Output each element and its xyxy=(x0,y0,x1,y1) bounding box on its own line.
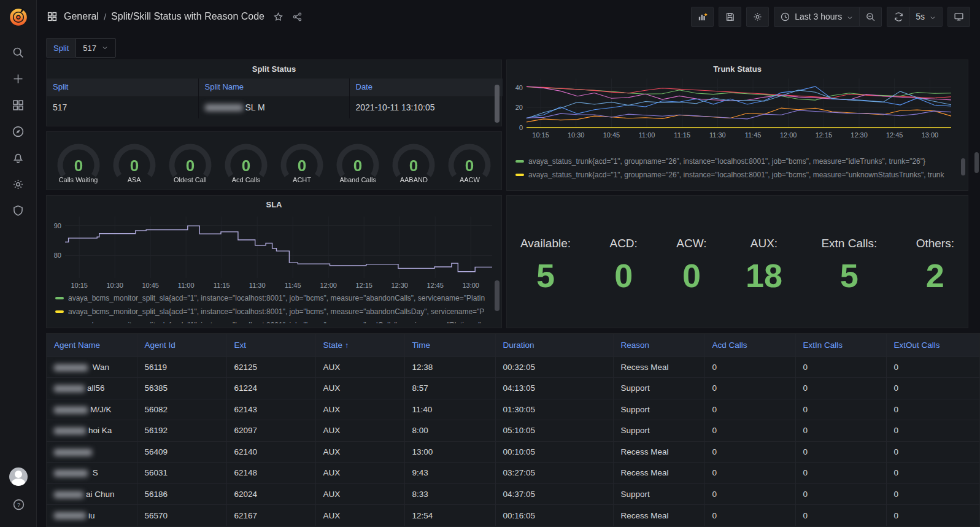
ext-cell: 62024 xyxy=(226,483,315,505)
column-header-state[interactable]: State↑ xyxy=(315,334,404,356)
agent-id-cell: 56082 xyxy=(137,399,226,420)
acd-calls-cell: 0 xyxy=(704,356,795,378)
column-header-acd-calls[interactable]: Acd Calls xyxy=(704,334,795,356)
gauge-aacw: 0AACW xyxy=(442,140,497,183)
grafana-logo[interactable] xyxy=(8,7,29,28)
panel-sla: SLA 10:1510:3010:4511:0011:1511:3011:451… xyxy=(46,195,502,328)
svg-text:12:15: 12:15 xyxy=(816,131,833,139)
legend-scrollbar[interactable] xyxy=(961,158,965,175)
explore-icon[interactable] xyxy=(12,125,25,138)
gauge-acd-calls: 0Acd Calls xyxy=(218,140,274,183)
reason-cell: Support xyxy=(613,420,704,442)
agent-name-cell: S xyxy=(47,463,137,484)
page-scrollbar-thumb[interactable] xyxy=(974,152,979,173)
legend-swatch xyxy=(515,174,524,176)
column-header-split-name[interactable]: Split Name xyxy=(198,79,349,96)
stat-value: 0 xyxy=(609,259,637,292)
agent-name-cell: ai Chun xyxy=(47,483,137,505)
legend-label[interactable]: avaya_status_trunk{acd="1", groupname="2… xyxy=(528,171,944,179)
ext-cell: 61224 xyxy=(226,378,315,399)
svg-text:80: 80 xyxy=(54,252,61,259)
panel-title-trunk-status[interactable]: Trunk Status xyxy=(507,60,968,74)
column-header-reason[interactable]: Reason xyxy=(613,334,704,356)
agent-table-header-row: Agent NameAgent IdExtState↑TimeDurationR… xyxy=(47,334,980,356)
split-status-table: Split Split Name Date 517 SL M 2021-10-1… xyxy=(47,79,503,118)
table-row: 517 SL M 2021-10-11 13:10:05 xyxy=(47,96,503,118)
stat-value: 0 xyxy=(676,259,706,292)
svg-text:40: 40 xyxy=(515,84,523,91)
trunk-status-chart[interactable]: 10:1510:3010:4511:0011:1511:3011:4512:00… xyxy=(507,74,968,152)
column-header-time[interactable]: Time xyxy=(404,334,495,356)
help-icon[interactable]: ? xyxy=(12,498,25,511)
agent-table: Agent NameAgent IdExtState↑TimeDurationR… xyxy=(47,334,980,526)
bell-icon[interactable] xyxy=(12,152,25,164)
sidebar: ? xyxy=(0,0,37,527)
legend-label[interactable]: avaya_status_trunk{acd="1", groupname="2… xyxy=(528,184,947,185)
stat-extn-calls: Extn Calls:5 xyxy=(821,232,877,292)
agent-name-visible: S xyxy=(90,468,98,477)
legend-item: avaya_bcms_monitor_split_sla{acd="1", in… xyxy=(55,291,495,305)
acd-calls-cell: 0 xyxy=(704,483,795,505)
gear-icon[interactable] xyxy=(12,178,25,191)
legend-swatch xyxy=(55,297,64,299)
legend-label[interactable]: avaya_bcms_monitor_split_sla{acd="1", in… xyxy=(68,321,481,323)
table-scrollbar[interactable] xyxy=(495,85,500,123)
svg-text:12:30: 12:30 xyxy=(851,131,868,139)
gauge-acht: 0ACHT xyxy=(274,140,330,183)
column-header-duration[interactable]: Duration xyxy=(495,334,613,356)
svg-text:13:00: 13:00 xyxy=(922,131,939,139)
sla-chart[interactable]: 10:1510:3010:4511:0011:1511:3011:4512:00… xyxy=(47,209,501,289)
reason-cell: Recess Meal xyxy=(613,505,704,526)
agent-id-cell: 56570 xyxy=(137,505,226,526)
redacted-text xyxy=(54,364,88,371)
ext-cell: 62097 xyxy=(226,420,315,442)
legend-scrollbar[interactable] xyxy=(495,280,500,311)
page-scrollbar[interactable] xyxy=(974,0,979,527)
column-header-date[interactable]: Date xyxy=(349,79,503,96)
state-cell: AUX xyxy=(315,505,404,526)
svg-text:10:15: 10:15 xyxy=(71,282,88,289)
column-header-split[interactable]: Split xyxy=(47,79,198,96)
acd-calls-cell: 0 xyxy=(704,441,795,463)
dashboards-icon[interactable] xyxy=(12,99,25,112)
agent-name-visible: iu xyxy=(88,511,95,520)
ext-cell: 62167 xyxy=(226,505,315,526)
column-header-extout-calls[interactable]: ExtOut Calls xyxy=(886,334,980,356)
panel-title-split-status[interactable]: Split Status xyxy=(47,60,501,74)
ext-cell: 62148 xyxy=(226,463,315,484)
redacted-text xyxy=(205,104,243,111)
state-cell: AUX xyxy=(315,378,404,399)
gauge-value: 0 xyxy=(242,156,250,175)
legend-swatch xyxy=(515,160,524,163)
column-header-extin-calls[interactable]: ExtIn Calls xyxy=(795,334,886,356)
column-header-agent-name[interactable]: Agent Name xyxy=(47,334,137,356)
agent-name-cell: iu xyxy=(47,505,137,526)
stat-others: Others:2 xyxy=(916,232,954,292)
svg-text:20: 20 xyxy=(515,104,523,111)
avatar[interactable] xyxy=(9,467,28,486)
search-icon[interactable] xyxy=(12,46,25,59)
svg-text:12:30: 12:30 xyxy=(391,282,408,289)
stat-label: AUX: xyxy=(746,237,782,250)
stat-value: 5 xyxy=(520,259,571,292)
plus-icon[interactable] xyxy=(12,72,25,85)
gauge-calls-waiting: 0Calls Waiting xyxy=(51,140,106,183)
extin-calls-cell: 0 xyxy=(795,441,886,463)
shield-icon[interactable] xyxy=(12,204,25,217)
extin-calls-cell: 0 xyxy=(795,505,886,526)
extin-calls-cell: 0 xyxy=(795,420,886,442)
column-header-ext[interactable]: Ext xyxy=(226,334,315,356)
legend-label[interactable]: avaya_bcms_monitor_split_sla{acd="1", in… xyxy=(68,307,484,316)
duration-cell: 00:16:05 xyxy=(495,505,613,526)
gauge-value: 0 xyxy=(465,156,474,175)
legend-label[interactable]: avaya_status_trunk{acd="1", groupname="2… xyxy=(528,157,925,166)
redacted-text xyxy=(54,428,86,434)
svg-text:10:15: 10:15 xyxy=(532,131,549,139)
agent-name-visible: all56 xyxy=(87,383,105,393)
column-header-agent-id[interactable]: Agent Id xyxy=(137,334,226,356)
svg-text:12:15: 12:15 xyxy=(355,282,372,289)
legend-item: avaya_status_trunk{acd="1", groupname="2… xyxy=(515,182,962,185)
reason-cell: Support xyxy=(613,399,704,420)
panel-title-sla[interactable]: SLA xyxy=(47,196,501,209)
legend-label[interactable]: avaya_bcms_monitor_split_sla{acd="1", in… xyxy=(68,294,485,302)
